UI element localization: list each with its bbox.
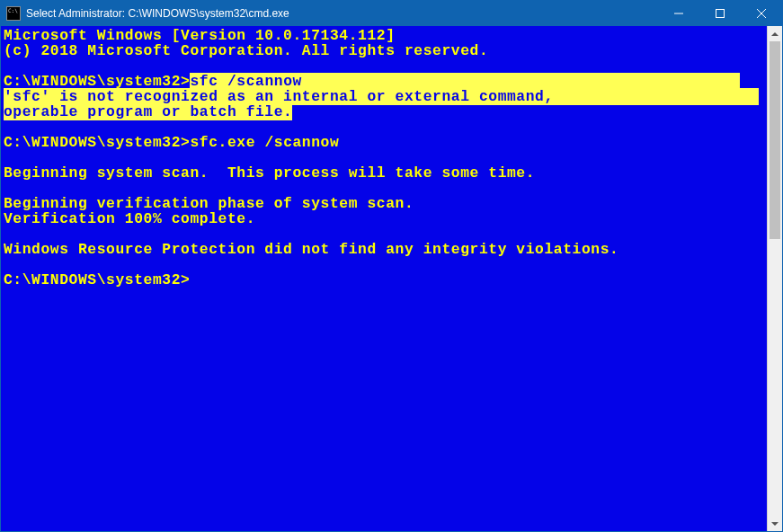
titlebar[interactable]: Select Administrator: C:\WINDOWS\system3… [1, 1, 782, 26]
cmd-icon [6, 6, 21, 21]
prompt-2-prefix: C:\WINDOWS\system32> [4, 134, 190, 151]
scroll-track[interactable] [768, 41, 782, 516]
chevron-up-icon [771, 32, 779, 36]
highlight-fill-2 [554, 88, 759, 105]
window-controls [658, 1, 782, 26]
error-line-2-highlight: operable program or batch file. [4, 103, 292, 120]
scroll-up-button[interactable] [768, 26, 782, 41]
maximize-button[interactable] [699, 1, 741, 26]
chevron-down-icon [771, 522, 779, 526]
close-icon [757, 9, 766, 18]
scroll-thumb[interactable] [770, 41, 780, 239]
window-title: Select Administrator: C:\WINDOWS\system3… [26, 7, 658, 20]
svg-marker-4 [771, 32, 779, 36]
minimize-icon [674, 9, 683, 18]
cmd-window: Select Administrator: C:\WINDOWS\system3… [0, 0, 783, 532]
svg-rect-1 [716, 10, 725, 18]
prompt-2-command: sfc.exe /scannow [190, 134, 339, 151]
content-area: Microsoft Windows [Version 10.0.17134.11… [1, 26, 782, 531]
minimize-button[interactable] [658, 1, 699, 26]
svg-marker-5 [771, 522, 779, 526]
scroll-down-button[interactable] [768, 516, 782, 531]
copyright-line: (c) 2018 Microsoft Corporation. All righ… [4, 42, 488, 59]
verification-complete-line: Verification 100% complete. [4, 210, 255, 227]
vertical-scrollbar[interactable] [767, 26, 782, 531]
maximize-icon [716, 9, 725, 18]
terminal-output[interactable]: Microsoft Windows [Version 10.0.17134.11… [1, 26, 767, 531]
close-button[interactable] [741, 1, 782, 26]
scan-begin-line: Beginning system scan. This process will… [4, 164, 535, 182]
prompt-3: C:\WINDOWS\system32> [4, 271, 190, 288]
wrp-result-line: Windows Resource Protection did not find… [4, 241, 618, 258]
